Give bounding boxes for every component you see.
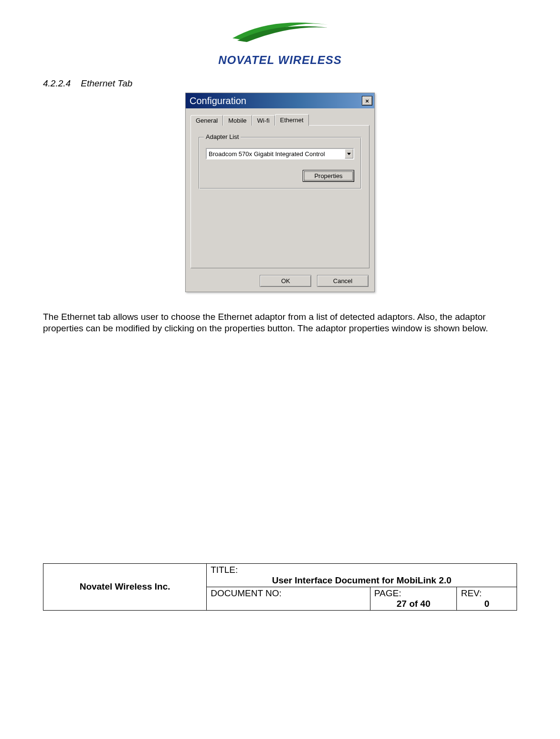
tab-wifi[interactable]: Wi-fi xyxy=(252,115,275,126)
close-button[interactable]: × xyxy=(362,96,372,106)
rev-label: REV: xyxy=(461,588,482,598)
logo-container: NOVATEL WIRELESS xyxy=(43,14,517,69)
docno-cell: DOCUMENT NO: xyxy=(207,587,370,610)
section-heading: 4.2.2.4 Ethernet Tab xyxy=(43,78,517,89)
page-label: PAGE: xyxy=(374,588,402,598)
adapter-list-groupbox: Adapter List Broadcom 570x Gigabit Integ… xyxy=(199,137,361,189)
page-cell: PAGE: 27 of 40 xyxy=(370,587,457,610)
adapter-list-label: Adapter List xyxy=(204,133,241,140)
adapter-list-combobox[interactable]: Broadcom 570x Gigabit Integrated Control xyxy=(206,148,354,159)
tab-mobile[interactable]: Mobile xyxy=(223,115,252,126)
rev-value: 0 xyxy=(461,599,513,609)
document-footer-table: Novatel Wireless Inc. TITLE: User Interf… xyxy=(43,563,517,611)
properties-button[interactable]: Properties xyxy=(303,170,354,182)
logo-text: NOVATEL WIRELESS xyxy=(213,53,347,67)
cancel-button[interactable]: Cancel xyxy=(317,275,369,287)
ok-button[interactable]: OK xyxy=(260,275,311,287)
chevron-down-icon[interactable] xyxy=(345,149,353,158)
dialog-body: General Mobile Wi-fi Ethernet Adapter Li… xyxy=(186,108,374,272)
properties-row: Properties xyxy=(206,170,354,182)
tab-panel-ethernet: Adapter List Broadcom 570x Gigabit Integ… xyxy=(190,125,370,268)
dialog-title: Configuration xyxy=(190,95,246,106)
novatel-logo: NOVATEL WIRELESS xyxy=(213,14,347,67)
title-value: User Interface Document for MobiLink 2.0 xyxy=(211,575,513,586)
dialog-titlebar: Configuration × xyxy=(186,93,374,108)
page-value: 27 of 40 xyxy=(374,599,453,609)
dialog-screenshot-wrap: Configuration × General Mobile Wi-fi Eth… xyxy=(43,93,517,292)
title-cell: TITLE: User Interface Document for MobiL… xyxy=(207,563,517,587)
section-title: Ethernet Tab xyxy=(81,78,132,88)
rev-cell: REV: 0 xyxy=(457,587,517,610)
company-cell: Novatel Wireless Inc. xyxy=(43,563,207,610)
docno-label: DOCUMENT NO: xyxy=(211,588,281,598)
adapter-list-value: Broadcom 570x Gigabit Integrated Control xyxy=(207,150,345,158)
title-label: TITLE: xyxy=(211,565,238,575)
dialog-footer: OK Cancel xyxy=(186,272,374,292)
configuration-dialog: Configuration × General Mobile Wi-fi Eth… xyxy=(185,93,375,292)
tab-general[interactable]: General xyxy=(190,115,223,126)
section-number: 4.2.2.4 xyxy=(43,78,71,88)
close-icon: × xyxy=(365,97,369,105)
tabstrip: General Mobile Wi-fi Ethernet xyxy=(190,113,370,125)
tab-ethernet[interactable]: Ethernet xyxy=(275,114,309,126)
body-paragraph: The Ethernet tab allows user to choose t… xyxy=(43,311,517,334)
swoosh-icon xyxy=(228,14,333,43)
document-page: NOVATEL WIRELESS 4.2.2.4 Ethernet Tab Co… xyxy=(0,0,560,630)
